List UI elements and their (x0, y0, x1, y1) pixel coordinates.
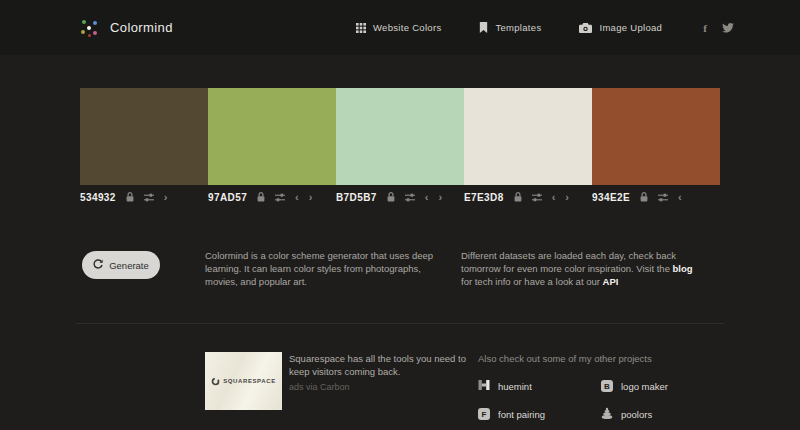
carbon-ad-image[interactable]: SQUARESPACE (205, 352, 282, 410)
projects-heading: Also check out some of my other projects (478, 353, 728, 364)
lock-icon[interactable] (126, 192, 134, 202)
social-links: f (703, 0, 734, 55)
camera-icon (579, 19, 592, 37)
color-swatch[interactable] (464, 88, 592, 185)
project-label: huemint (498, 381, 532, 392)
swatch-controls: 534932 › (80, 185, 208, 209)
prev-color-icon[interactable]: ‹ (295, 192, 299, 203)
header: Colormind Website Colors Templates (0, 0, 800, 55)
carbon-ad-copy: Squarespace has all the tools you need t… (289, 352, 471, 392)
grid-icon (356, 19, 366, 37)
squarespace-logo-icon (211, 372, 220, 390)
projects-grid: huemint B logo maker F font pairing (478, 377, 728, 423)
other-projects: Also check out some of my other projects… (478, 353, 728, 423)
bookmark-icon (479, 19, 488, 37)
swatch-controls: B7D5B7 ‹ › (336, 185, 464, 209)
hex-code-label: 97AD57 (208, 192, 247, 203)
nav-label: Image Upload (599, 22, 662, 33)
poolors-icon (601, 405, 613, 423)
colormind-app: Colormind Website Colors Templates (0, 0, 800, 430)
info-part1: Different datasets are loaded each day, … (461, 250, 676, 274)
blog-link[interactable]: blog (673, 263, 693, 274)
lock-icon[interactable] (640, 192, 648, 202)
prev-color-icon[interactable]: ‹ (678, 192, 682, 203)
prev-color-icon[interactable]: ‹ (552, 192, 556, 203)
ad-headline-link[interactable]: Squarespace has all the tools you need t… (289, 352, 471, 379)
info-text: Different datasets are loaded each day, … (461, 250, 693, 288)
swatch-controls: E7E3D8 ‹ › (464, 185, 592, 209)
nav-image-upload[interactable]: Image Upload (579, 19, 662, 37)
generate-button[interactable]: Generate (82, 251, 160, 279)
section-divider (76, 323, 724, 324)
sliders-icon[interactable] (658, 193, 668, 202)
nav-label: Website Colors (373, 22, 441, 33)
about-text: Colormind is a color scheme generator th… (205, 250, 443, 288)
palette-controls: 534932 › 97AD57 ‹ › B7D5B7 (80, 185, 720, 209)
color-palette (80, 88, 720, 185)
sliders-icon[interactable] (144, 193, 154, 202)
project-poolors-link[interactable]: poolors (601, 405, 728, 423)
twitter-icon[interactable] (722, 23, 734, 33)
colormind-logo-icon (78, 17, 100, 39)
next-color-icon[interactable]: › (309, 192, 313, 203)
hex-code-label: B7D5B7 (336, 192, 377, 203)
logo-maker-icon: B (601, 380, 613, 392)
prev-color-icon[interactable]: ‹ (425, 192, 429, 203)
api-link[interactable]: API (603, 276, 619, 287)
facebook-icon[interactable]: f (703, 22, 707, 34)
hex-code-label: 934E2E (592, 192, 630, 203)
color-swatch[interactable] (80, 88, 208, 185)
project-label: poolors (621, 409, 652, 420)
squarespace-wordmark: SQUARESPACE (223, 378, 276, 384)
color-swatch[interactable] (592, 88, 720, 185)
project-label: font pairing (498, 409, 545, 420)
project-font-pairing-link[interactable]: F font pairing (478, 405, 601, 423)
project-logo-maker-link[interactable]: B logo maker (601, 377, 728, 395)
sliders-icon[interactable] (405, 193, 415, 202)
next-color-icon[interactable]: › (438, 192, 442, 203)
nav-label: Templates (495, 22, 541, 33)
color-swatch[interactable] (336, 88, 464, 185)
ad-attribution-link[interactable]: ads via Carbon (289, 382, 471, 392)
nav-website-colors[interactable]: Website Colors (356, 19, 441, 37)
lock-icon[interactable] (514, 192, 522, 202)
next-color-icon[interactable]: › (565, 192, 569, 203)
refresh-icon (93, 259, 103, 271)
main-nav: Website Colors Templates Image Upload (356, 0, 662, 55)
brand-name: Colormind (110, 20, 173, 35)
generate-label: Generate (109, 260, 149, 271)
lock-icon[interactable] (257, 192, 265, 202)
sliders-icon[interactable] (532, 193, 542, 202)
next-color-icon[interactable]: › (164, 192, 168, 203)
lock-icon[interactable] (387, 192, 395, 202)
hex-code-label: E7E3D8 (464, 192, 504, 203)
hex-code-label: 534932 (80, 192, 116, 203)
brand-home-link[interactable]: Colormind (78, 0, 173, 55)
nav-templates[interactable]: Templates (479, 19, 541, 37)
sliders-icon[interactable] (275, 193, 285, 202)
project-huemint-link[interactable]: huemint (478, 377, 601, 395)
project-label: logo maker (621, 381, 668, 392)
color-swatch[interactable] (208, 88, 336, 185)
swatch-controls: 97AD57 ‹ › (208, 185, 336, 209)
swatch-controls: 934E2E ‹ (592, 185, 720, 209)
huemint-icon (478, 377, 490, 395)
info-part2: for tech info or have a look at our (461, 276, 603, 287)
font-pairing-icon: F (478, 408, 490, 420)
